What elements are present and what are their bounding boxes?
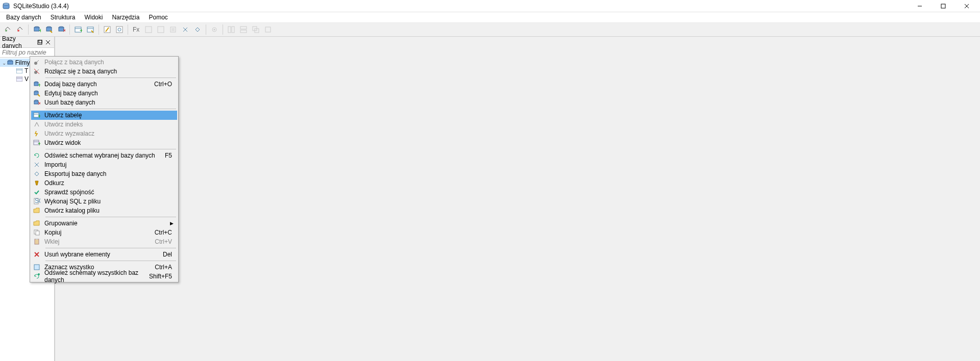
- svg-text:+: +: [38, 82, 40, 88]
- svg-rect-44: [16, 68, 22, 73]
- ctx-integrity[interactable]: Sprawdź spójność: [31, 188, 177, 197]
- menu-struktura[interactable]: Struktura: [46, 13, 80, 22]
- ctx-connect: Połącz z bazą danych: [31, 58, 177, 67]
- fx-icon[interactable]: Fx: [131, 24, 142, 35]
- tables-label: T: [24, 67, 28, 74]
- disconnect-icon: [31, 67, 42, 76]
- history-icon[interactable]: [114, 24, 125, 35]
- svg-rect-25: [145, 27, 152, 33]
- import-icon[interactable]: [180, 24, 191, 35]
- tables-folder-icon: [15, 67, 23, 74]
- disconnect-icon[interactable]: [14, 24, 26, 35]
- sql-editor-icon[interactable]: [102, 24, 113, 35]
- ctx-folder[interactable]: Otwórz katalog pliku: [31, 206, 177, 215]
- ctx-label: Utwórz wyzwalacz: [42, 130, 174, 137]
- toolbar-separator: [99, 24, 99, 35]
- remove-db-icon[interactable]: ×: [56, 24, 67, 35]
- ctx-label: Sprawdź spójność: [42, 189, 174, 196]
- ctx-copy[interactable]: KopiujCtrl+C: [31, 228, 177, 237]
- tile-h-icon[interactable]: [226, 24, 237, 35]
- svg-rect-33: [240, 27, 247, 29]
- ctx-shortcut: F5: [165, 152, 174, 159]
- ctx-label: Grupowanie: [42, 220, 169, 227]
- svg-text:Fx: Fx: [133, 26, 139, 33]
- menu-widoki[interactable]: Widoki: [80, 13, 107, 22]
- integrity-icon: [31, 188, 42, 197]
- svg-point-74: [38, 273, 40, 275]
- svg-point-1: [3, 3, 9, 5]
- edit-db-icon[interactable]: [43, 24, 55, 35]
- ctx-refresh-all[interactable]: Odśwież schematy wszystkich baz danychSh…: [31, 272, 177, 281]
- ctx-delete[interactable]: Usuń wybrane elementyDel: [31, 250, 177, 259]
- ctx-label: Usuń wybrane elementy: [42, 251, 163, 258]
- menu-narzedzia[interactable]: Narzędzia: [108, 13, 143, 22]
- ctx-sql-file[interactable]: SQLWykonaj SQL z pliku: [31, 197, 177, 206]
- ctx-label: Odkurz: [42, 179, 174, 187]
- ctx-label: Usuń bazę danych: [42, 99, 174, 106]
- menu-bazy-danych[interactable]: Bazy danych: [2, 13, 45, 22]
- table-new-icon: +: [31, 111, 42, 120]
- ctx-refresh-one[interactable]: Odśwież schemat wybranej bazy danychF5: [31, 151, 177, 160]
- menu-pomoc[interactable]: Pomoc: [144, 13, 172, 22]
- add-db-icon[interactable]: +: [31, 24, 42, 35]
- cascade-icon[interactable]: [250, 24, 261, 35]
- tile-v-icon[interactable]: [238, 24, 249, 35]
- refresh-one-icon: [31, 151, 42, 160]
- close-button[interactable]: [960, 1, 974, 11]
- svg-rect-34: [240, 30, 247, 33]
- toolbar-separator: [28, 24, 29, 35]
- context-menu-separator: [45, 149, 176, 149]
- context-menu-separator: [45, 78, 176, 78]
- ctx-disconnect[interactable]: Rozłącz się z bazą danych: [31, 67, 177, 76]
- window-title: SQLiteStudio (3.4.4): [13, 3, 913, 10]
- context-menu-separator: [45, 248, 176, 248]
- ctx-export[interactable]: Eksportuj bazę danych: [31, 169, 177, 178]
- new-table-icon[interactable]: +: [72, 24, 84, 35]
- ctx-db-del[interactable]: ×Usuń bazę danych: [31, 98, 177, 107]
- copy-icon: [31, 228, 42, 237]
- content-area: [55, 37, 980, 361]
- vacuum-icon: [31, 178, 42, 188]
- ctx-label: Utwórz tabelę: [42, 112, 174, 119]
- ctx-view-new[interactable]: +Utwórz widok: [31, 138, 177, 147]
- panel-close-icon[interactable]: [44, 38, 52, 46]
- svg-text:+: +: [80, 27, 82, 34]
- collation-icon[interactable]: [143, 24, 154, 35]
- toolbar-separator: [69, 24, 70, 35]
- index-new-icon: [31, 120, 42, 129]
- ctx-db-add[interactable]: +Dodaj bazę danychCtrl+O: [31, 80, 177, 89]
- select-all-icon: [31, 263, 42, 272]
- ctx-label: Eksportuj bazę danych: [42, 170, 174, 177]
- tree-collapse-icon[interactable]: ⌄: [1, 60, 7, 66]
- edit-table-icon[interactable]: [85, 24, 96, 35]
- ctx-table-new[interactable]: +Utwórz tabelę: [31, 111, 177, 120]
- export-icon[interactable]: [192, 24, 203, 35]
- ctx-folder[interactable]: Grupowanie▶: [31, 219, 177, 228]
- svg-rect-38: [38, 40, 42, 44]
- svg-rect-43: [8, 61, 13, 64]
- toolbar-separator: [128, 24, 128, 35]
- ext-icon[interactable]: [155, 24, 166, 35]
- svg-rect-32: [232, 27, 234, 33]
- svg-rect-55: [34, 92, 38, 95]
- ctx-label: Wykonaj SQL z pliku: [42, 198, 174, 205]
- db-edit-icon: [31, 89, 42, 98]
- panel-float-icon[interactable]: [36, 38, 44, 46]
- ctx-shortcut: Ctrl+C: [155, 229, 174, 236]
- config-icon[interactable]: [209, 24, 220, 35]
- restore-icon[interactable]: [262, 24, 274, 35]
- ctx-shortcut: Ctrl+O: [154, 81, 174, 88]
- toolbar: + × + Fx: [0, 22, 980, 37]
- connect-icon[interactable]: [2, 24, 13, 35]
- svg-rect-22: [116, 27, 122, 33]
- ctx-vacuum[interactable]: Odkurz: [31, 178, 177, 188]
- app-icon: [2, 2, 10, 10]
- toolbar-separator: [206, 24, 206, 35]
- maximize-button[interactable]: [936, 1, 950, 11]
- module-icon[interactable]: [167, 24, 179, 35]
- ctx-shortcut: Ctrl+A: [155, 264, 174, 271]
- minimize-button[interactable]: [913, 1, 927, 11]
- ctx-import[interactable]: Importuj: [31, 160, 177, 169]
- view-new-icon: +: [31, 138, 42, 147]
- ctx-db-edit[interactable]: Edytuj bazę danych: [31, 89, 177, 98]
